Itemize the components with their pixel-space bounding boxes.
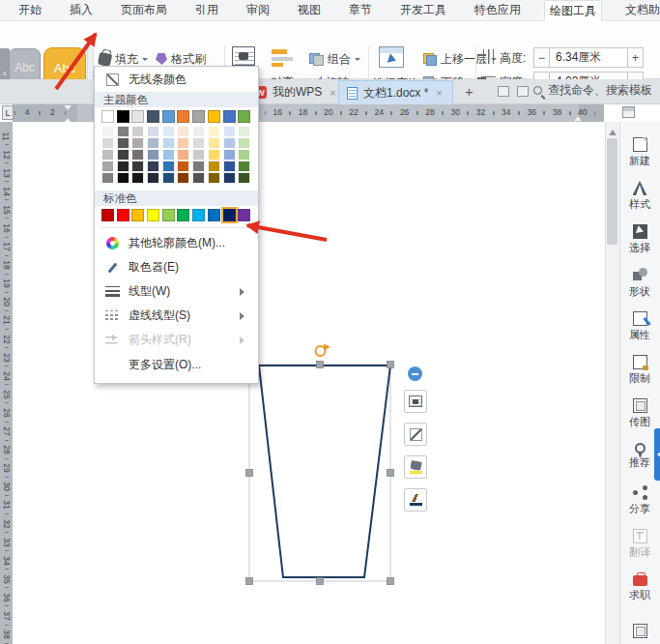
- theme-variant-swatch[interactable]: [147, 149, 159, 161]
- theme-color-swatch[interactable]: [223, 110, 236, 123]
- theme-variant-swatch[interactable]: [208, 161, 220, 172]
- theme-variant-swatch[interactable]: [223, 161, 236, 172]
- sidebar-item-translate[interactable]: 翻译: [619, 529, 660, 560]
- tab-menu-icon[interactable]: [517, 86, 529, 97]
- tab-review[interactable]: 审阅: [242, 0, 274, 20]
- theme-variant-swatch[interactable]: [192, 137, 205, 149]
- sidebar-item-new[interactable]: 新建: [619, 137, 660, 168]
- theme-variant-swatch[interactable]: [177, 172, 189, 184]
- theme-variant-swatch[interactable]: [238, 126, 250, 137]
- tab-developer[interactable]: 开发工具: [395, 0, 451, 20]
- close-icon[interactable]: ×: [330, 87, 335, 99]
- sidebar-item-share[interactable]: 分享: [619, 485, 660, 516]
- standard-color-swatch[interactable]: [147, 209, 159, 221]
- standard-color-swatch[interactable]: [223, 209, 236, 221]
- theme-variant-swatch[interactable]: [131, 161, 144, 172]
- theme-variant-swatch[interactable]: [208, 149, 220, 161]
- sidebar-item-job-search[interactable]: 求职: [619, 572, 660, 602]
- menu-item-more-settings[interactable]: 更多设置(O)...: [95, 352, 258, 378]
- theme-color-swatch[interactable]: [177, 110, 189, 123]
- sidebar-item-shapes[interactable]: 形状: [619, 268, 660, 299]
- panel-toggle[interactable]: [654, 428, 660, 481]
- theme-variant-swatch[interactable]: [117, 161, 129, 172]
- sidebar-item-styles[interactable]: 样式: [619, 181, 660, 212]
- theme-color-swatch[interactable]: [192, 110, 205, 123]
- standard-color-swatch[interactable]: [131, 209, 144, 221]
- sidebar-item-restrict[interactable]: 限制: [619, 355, 660, 386]
- tab-stop-selector[interactable]: L: [2, 105, 14, 120]
- theme-variant-swatch[interactable]: [147, 172, 159, 184]
- scroll-up-icon[interactable]: [609, 126, 617, 135]
- theme-variant-swatch[interactable]: [192, 149, 205, 161]
- theme-variant-swatch[interactable]: [177, 126, 189, 137]
- theme-color-swatch[interactable]: [147, 110, 159, 123]
- menu-item-more-outline-colors[interactable]: 其他轮廓颜色(M)...: [95, 231, 258, 255]
- sidebar-item-more[interactable]: [619, 624, 660, 638]
- theme-variant-swatch[interactable]: [131, 149, 144, 161]
- theme-variant-swatch[interactable]: [238, 149, 250, 161]
- theme-variant-swatch[interactable]: [147, 161, 159, 172]
- command-search[interactable]: 查找命令、搜索模板: [533, 82, 652, 99]
- tab-doc-assistant[interactable]: 文档助手: [620, 0, 660, 20]
- page-view-icon[interactable]: [622, 106, 635, 118]
- theme-variant-swatch[interactable]: [223, 149, 236, 161]
- theme-variant-swatch[interactable]: [117, 149, 129, 161]
- tab-page-layout[interactable]: 页面布局: [116, 0, 172, 20]
- doc-tab-my-wps[interactable]: W 我的WPS ×: [246, 80, 344, 104]
- standard-color-swatch[interactable]: [238, 209, 250, 221]
- theme-variant-swatch[interactable]: [162, 126, 175, 137]
- standard-color-swatch[interactable]: [117, 209, 129, 221]
- theme-color-swatch[interactable]: [117, 110, 129, 123]
- height-decrease-button[interactable]: −: [533, 47, 550, 68]
- theme-variant-swatch[interactable]: [177, 137, 189, 149]
- theme-variant-swatch[interactable]: [101, 137, 114, 149]
- standard-color-swatch[interactable]: [192, 209, 205, 221]
- theme-variant-swatch[interactable]: [131, 172, 144, 184]
- menu-item-line-style[interactable]: 线型(W): [95, 279, 258, 304]
- theme-variant-swatch[interactable]: [177, 149, 189, 161]
- outline-color-button[interactable]: [404, 488, 427, 512]
- theme-variant-swatch[interactable]: [131, 126, 144, 137]
- standard-color-swatch[interactable]: [162, 209, 175, 221]
- collapse-toolbar-button[interactable]: [408, 366, 422, 381]
- theme-variant-swatch[interactable]: [238, 137, 250, 149]
- theme-variant-swatch[interactable]: [162, 172, 175, 184]
- tab-drawing-tools[interactable]: 绘图工具: [544, 0, 602, 21]
- theme-color-swatch[interactable]: [208, 110, 220, 123]
- scrollbar-thumb[interactable]: [607, 138, 617, 245]
- sidebar-item-select[interactable]: 选择: [619, 224, 660, 255]
- fill-color-button[interactable]: [404, 455, 427, 479]
- theme-variant-swatch[interactable]: [177, 161, 189, 172]
- theme-variant-swatch[interactable]: [192, 172, 205, 184]
- tab-list-icon[interactable]: [498, 86, 509, 97]
- tab-section[interactable]: 章节: [344, 0, 377, 20]
- menu-item-no-line-color[interactable]: 无线条颜色: [95, 67, 258, 92]
- theme-variant-swatch[interactable]: [162, 161, 175, 172]
- theme-variant-swatch[interactable]: [208, 126, 220, 137]
- theme-variant-swatch[interactable]: [223, 137, 236, 149]
- theme-variant-swatch[interactable]: [223, 172, 236, 184]
- theme-variant-swatch[interactable]: [101, 172, 114, 184]
- theme-variant-swatch[interactable]: [117, 172, 129, 184]
- new-tab-button[interactable]: +: [465, 83, 473, 100]
- theme-variant-swatch[interactable]: [117, 126, 129, 137]
- menu-item-eyedropper[interactable]: 取色器(E): [95, 255, 258, 279]
- theme-color-swatch[interactable]: [162, 110, 175, 123]
- theme-variant-swatch[interactable]: [101, 149, 114, 161]
- group-button[interactable]: 组合: [305, 48, 364, 70]
- theme-variant-swatch[interactable]: [162, 137, 175, 149]
- theme-variant-swatch[interactable]: [147, 137, 159, 149]
- theme-color-swatch[interactable]: [238, 110, 250, 123]
- doc-tab-document1[interactable]: 文档1.docx * ×: [338, 80, 453, 104]
- theme-variant-swatch[interactable]: [192, 126, 205, 137]
- sidebar-item-upload-image[interactable]: 传图: [619, 398, 660, 429]
- theme-variant-swatch[interactable]: [131, 137, 144, 149]
- standard-color-swatch[interactable]: [101, 209, 114, 221]
- theme-color-swatch[interactable]: [101, 110, 114, 123]
- shape-style-button[interactable]: [404, 423, 427, 446]
- tab-references[interactable]: 引用: [190, 0, 223, 20]
- standard-color-swatch[interactable]: [208, 209, 220, 221]
- theme-variant-swatch[interactable]: [208, 172, 220, 184]
- vertical-ruler[interactable]: 1112131415161718192021222324252627282930…: [0, 122, 13, 644]
- sidebar-item-properties[interactable]: 属性: [619, 311, 660, 342]
